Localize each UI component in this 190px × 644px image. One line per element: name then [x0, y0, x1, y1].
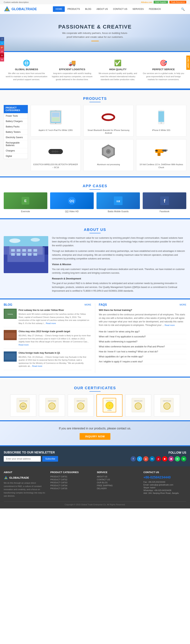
search-icon[interactable]: 🔍 — [180, 6, 186, 12]
product-ipad-img — [33, 107, 79, 128]
inquiry-button[interactable]: INQUIRY NOW — [80, 433, 111, 440]
nav-contact[interactable]: CONTACT US — [110, 6, 130, 12]
social-wa-icon[interactable]: w — [175, 456, 180, 462]
trade-assurance-badge[interactable]: Trade Assurance — [169, 1, 186, 4]
social-rss-side[interactable]: in — [0, 53, 4, 58]
footer-service-about[interactable]: ABOUT US — [97, 476, 140, 478]
svg-text:f: f — [164, 198, 165, 204]
nav-products[interactable]: PRODUCTS — [65, 6, 82, 12]
social-tw-icon[interactable]: t — [137, 456, 142, 462]
social-twitter-side[interactable]: t — [0, 41, 4, 45]
footer-contact-col: CONTACT US +86-02584234440 Fax: +86-025-… — [143, 471, 186, 498]
footer-service-blog[interactable]: OUR BLOG — [97, 482, 140, 484]
social-wc-icon[interactable]: w — [181, 456, 186, 462]
product-iphone[interactable]: iPhone 6 White 32G — [136, 105, 186, 137]
faq-q3[interactable]: What audio conferencing is supported? — [99, 339, 186, 344]
product-speaker[interactable]: ESSOTICA WIRELESS BLUETOOTH SPEAKER – SC… — [31, 139, 81, 171]
hero-subtitle: We cooperate with industry partners, foc… — [58, 31, 132, 39]
cat-item-battery-testers[interactable]: Battery Testers — [4, 130, 28, 135]
svg-rect-23 — [55, 150, 55, 152]
svg-rect-21 — [53, 150, 53, 153]
blog-info-2: China may miss 2013 foreign trade growth… — [19, 330, 91, 346]
faq-more-link[interactable]: MORE — [180, 304, 186, 306]
alibaba-link[interactable]: Alibaba.com — [141, 1, 152, 3]
faq-q5[interactable]: How do I know if I can host a meeting? W… — [99, 349, 186, 354]
footer-service-delivery[interactable]: DELIVERY — [97, 487, 140, 490]
app-baidu[interactable]: 百度 Baidu Mobile Guards — [97, 192, 140, 213]
svg-rect-15 — [160, 110, 162, 111]
footer-address: Add: 184, Nanjing-River Road, Jiangdu — [143, 492, 186, 494]
blog-title-2: China may miss 2013 foreign trade growth… — [19, 330, 91, 333]
nav-services[interactable]: SERVICES — [130, 6, 146, 12]
social-pinterest-side[interactable]: p — [0, 49, 4, 53]
faq-q2[interactable]: When will I hear if my application is su… — [99, 334, 186, 339]
app-qq[interactable]: QQ QQ Video HD — [50, 192, 94, 213]
logo[interactable]: GLOBALTRADE — [4, 6, 37, 12]
blog-readmore-2[interactable]: Read more — [19, 344, 29, 346]
faq-first-question: Will there be formal training? — [99, 309, 186, 312]
footer-service-contact[interactable]: CONTACT US — [97, 478, 140, 481]
social-in-icon[interactable]: in — [150, 456, 155, 462]
social-ig-icon[interactable]: ◉ — [168, 456, 174, 462]
product-nut[interactable]: Aluminum nut processing — [83, 139, 134, 171]
social-google-side[interactable]: g+ — [0, 45, 4, 49]
cat-item-power-tools[interactable]: Power Tools — [4, 113, 28, 119]
product-ipad-name: Apple's 9.7-inch iPad Pro White 128G — [33, 129, 79, 132]
social-fb-icon[interactable]: f — [131, 456, 136, 462]
footer-phone[interactable]: +86-02584234440 — [143, 476, 186, 480]
blog-excerpt-2: BEIJING, May 27 (Xinhua) -- China's fore… — [19, 334, 91, 346]
svg-rect-57 — [11, 253, 15, 256]
faq-readmore[interactable]: Read more — [165, 324, 175, 326]
footer-product-2[interactable]: PRODUCT CATS2 — [50, 478, 93, 481]
social-g-icon[interactable]: g — [143, 456, 148, 462]
newsletter-email-input[interactable] — [4, 456, 41, 462]
faq-q1[interactable]: How do I search for wines using the app? — [99, 329, 186, 334]
app-facebook[interactable]: f Facebook — [143, 192, 186, 213]
blog-readmore-1[interactable]: Read more — [46, 322, 56, 324]
footer-product-4[interactable]: PRODUCT CATS4 — [50, 484, 93, 486]
hero-section: PASSIONATE & CREATIVE We cooperate with … — [0, 14, 190, 51]
cert-3: CERTIFICATE — [68, 394, 94, 416]
nav-home[interactable]: HOME — [53, 6, 65, 12]
hero-underline — [91, 41, 99, 41]
faq-q4[interactable]: What video conference features are avail… — [99, 344, 186, 349]
product-nut-img — [85, 141, 132, 162]
faq-q6[interactable]: What capabilities do I get on the mobile… — [99, 354, 186, 359]
svg-point-39 — [156, 150, 158, 152]
footer-whatsapp: WhatsApp: +86-025-84324438 — [143, 489, 186, 492]
product-ipad[interactable]: Apple's 9.7-inch iPad Pro White 128G — [31, 105, 81, 137]
cat-item-battery-chargers[interactable]: Battery Chargers — [4, 119, 28, 124]
product-bracelet[interactable]: Smart Bluetooth Bracelet for iPhone Sams… — [83, 105, 134, 137]
blog-info-3: China foreign trade may fluctuate in Q1 … — [19, 352, 91, 368]
app-evernote-img: E — [4, 192, 47, 209]
nav-feedback[interactable]: FEEDBACK — [146, 6, 164, 12]
footer-product-5[interactable]: PRODUCT CATS5 — [50, 487, 93, 490]
product-drill[interactable]: 18 Volt Cordless 1/2 In. Drill/Driver Wi… — [136, 139, 186, 171]
footer-service-shipping[interactable]: FREE SHIPPING — [97, 484, 140, 486]
footer-product-3[interactable]: PRODUCT CATS3 — [50, 482, 93, 484]
app-evernote[interactable]: E Evernote — [4, 192, 47, 213]
svg-text:CERT: CERT — [21, 406, 25, 407]
chat-tab[interactable]: LIVE CHAT — [186, 56, 190, 70]
cat-item-electricity-savers[interactable]: Electricity Savers — [4, 135, 28, 140]
social-linkedin-side[interactable]: in — [0, 58, 4, 62]
cat-item-rechargeable[interactable]: Rechargeable Batteries — [4, 140, 28, 148]
nav-blog[interactable]: BLOG — [82, 6, 94, 12]
certs-underline — [89, 391, 101, 392]
cat-item-battery-packs[interactable]: Battery Packs — [4, 124, 28, 130]
social-yt-icon[interactable]: ▶ — [162, 456, 167, 462]
social-pi-icon[interactable]: p — [156, 456, 161, 462]
cat-item-chargers[interactable]: Chargers — [4, 148, 28, 154]
footer-product-1[interactable]: PRODUCT CATS1 — [50, 476, 93, 478]
gold-supplier-badge[interactable]: Gold Supplier — [154, 1, 168, 4]
blog-section-title: BLOG — [4, 303, 12, 306]
cta-section: If you are interested in our products, p… — [0, 421, 190, 445]
blog-readmore-3[interactable]: Read more — [32, 365, 42, 367]
social-facebook-side[interactable]: f — [0, 37, 4, 41]
faq-q7[interactable]: Am I eligible to apply if I require a wo… — [99, 359, 186, 364]
subscribe-button[interactable]: Subscribe — [42, 456, 58, 462]
blog-more-link[interactable]: MORE — [85, 304, 91, 306]
nav-about[interactable]: ABOUT US — [94, 6, 110, 12]
cat-item-digital[interactable]: Digital — [4, 154, 28, 159]
app-cases-section: APP CASES E Evernote QQ QQ Video HD — [0, 178, 190, 218]
